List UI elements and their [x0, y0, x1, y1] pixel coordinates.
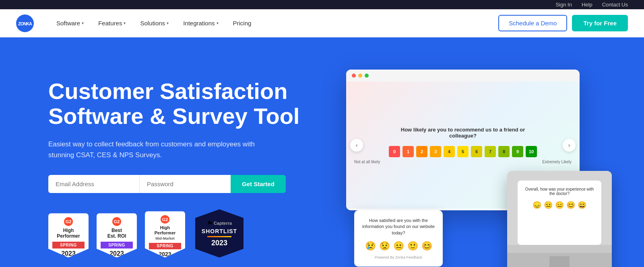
spring-badge: SPRING — [101, 242, 133, 249]
get-started-button[interactable]: Get Started — [231, 175, 286, 193]
nps-3[interactable]: 3 — [430, 146, 441, 157]
nav-item-solutions[interactable]: Solutions ▾ — [134, 16, 175, 30]
nav-item-pricing[interactable]: Pricing — [227, 16, 258, 30]
spring-badge: SPRING — [52, 242, 85, 249]
capterra-divider — [207, 236, 231, 237]
hero-section: Customer Satisfaction Software & Survey … — [0, 37, 644, 267]
kiosk-bottom-frame — [507, 245, 612, 253]
capterra-logo-row: ⚑ Capterra — [207, 220, 232, 227]
kiosk-face-3[interactable]: 😑 — [555, 201, 564, 209]
nps-1[interactable]: 1 — [402, 146, 414, 157]
password-input[interactable] — [139, 175, 231, 193]
emoji-bad[interactable]: 😟 — [379, 241, 390, 251]
hero-content: Customer Satisfaction Software & Survey … — [48, 79, 330, 258]
nps-labels: Not at all likely Extremely Likely — [354, 160, 572, 164]
survey-prev-button[interactable]: ‹ — [350, 139, 363, 152]
hero-title: Customer Satisfaction Software & Survey … — [48, 79, 330, 129]
badge-year: 2023 — [159, 251, 171, 257]
nps-high-label: Extremely Likely — [542, 160, 572, 164]
badge-capterra: ⚑ Capterra SHORTLIST 2023 — [195, 209, 244, 257]
nps-2[interactable]: 2 — [416, 146, 427, 157]
browser-titlebar — [346, 70, 580, 82]
kiosk-face-2[interactable]: 😐 — [544, 201, 553, 209]
contact-us-link[interactable]: Contact Us — [602, 2, 628, 8]
svg-text:ZONKA: ZONKA — [18, 21, 32, 26]
chevron-down-icon: ▾ — [217, 21, 219, 25]
badge-roi-text: BestEst. ROI — [107, 228, 126, 239]
hero-mockup: ‹ How likely are you to recommend us to … — [346, 62, 612, 267]
logo[interactable]: ZONKA — [16, 14, 34, 32]
kiosk-stand-area — [507, 253, 612, 267]
nps-7[interactable]: 7 — [485, 146, 496, 157]
g2-logo: G2 — [112, 217, 121, 226]
satisfaction-question: How satisfied are you with the informati… — [361, 218, 436, 236]
nps-10[interactable]: 10 — [526, 146, 537, 157]
nav-item-integrations[interactable]: Integrations ▾ — [177, 16, 225, 30]
badge-high-performer-mid: G2 HighPerformerMid-Market SPRING 2023 — [145, 211, 185, 257]
nps-low-label: Not at all likely — [354, 160, 380, 164]
email-input[interactable] — [48, 175, 139, 193]
nav-actions: Schedule a Demo Try for Free — [498, 15, 628, 31]
badge-high-performer: G2 HighPerformer SPRING 2023 — [48, 213, 89, 257]
nps-scale: 0 1 2 3 4 5 6 7 8 9 10 — [389, 146, 537, 157]
sign-in-link[interactable]: Sign In — [555, 2, 572, 8]
emoji-neutral[interactable]: 😐 — [393, 241, 404, 251]
kiosk-question: Overall, how was your experience with th… — [522, 187, 597, 196]
schedule-demo-button[interactable]: Schedule a Demo — [498, 15, 567, 31]
chevron-down-icon: ▾ — [167, 21, 169, 25]
capterra-year: 2023 — [211, 239, 227, 247]
badge-high-text: HighPerformer — [57, 228, 80, 239]
satisfaction-survey-card: How satisfied are you with the informati… — [354, 210, 443, 267]
chevron-down-icon: ▾ — [82, 21, 84, 25]
top-utility-bar: Sign In Help Contact Us — [0, 0, 644, 9]
navbar: ZONKA Software ▾ Features ▾ Solutions ▾ … — [0, 9, 644, 37]
hero-subtitle: Easiest way to collect feedback from cus… — [48, 139, 282, 160]
emoji-terrible[interactable]: 😢 — [365, 241, 376, 251]
window-maximize-dot — [365, 74, 369, 78]
nps-8[interactable]: 8 — [498, 146, 510, 157]
help-link[interactable]: Help — [582, 2, 592, 8]
nps-question: How likely are you to recommend us to a … — [398, 127, 527, 139]
window-close-dot — [352, 74, 356, 78]
nav-item-features[interactable]: Features ▾ — [92, 16, 132, 30]
kiosk-frame: Overall, how was your experience with th… — [507, 171, 612, 245]
try-free-button[interactable]: Try for Free — [572, 15, 628, 31]
spring-badge: SPRING — [149, 243, 181, 250]
capterra-brand-label: Capterra — [214, 221, 232, 226]
badge-best-roi: G2 BestEst. ROI SPRING 2023 — [97, 213, 137, 257]
kiosk-face-1[interactable]: 😞 — [533, 201, 541, 209]
badge-mid-text: HighPerformerMid-Market — [155, 225, 176, 241]
nav-links: Software ▾ Features ▾ Solutions ▾ Integr… — [50, 16, 494, 30]
kiosk-mockup: Overall, how was your experience with th… — [507, 171, 612, 267]
survey-next-button[interactable]: › — [563, 139, 576, 152]
window-minimize-dot — [358, 74, 362, 78]
nps-0[interactable]: 0 — [389, 146, 400, 157]
nps-5[interactable]: 5 — [457, 146, 469, 157]
emoji-scale: 😢 😟 😐 🙂 😊 — [361, 241, 436, 251]
nps-4[interactable]: 4 — [444, 146, 455, 157]
g2-logo: G2 — [161, 215, 169, 224]
capterra-shortlist-label: SHORTLIST — [202, 228, 237, 234]
capterra-flag-icon: ⚑ — [207, 220, 213, 227]
nps-9[interactable]: 9 — [512, 146, 523, 157]
kiosk-face-4[interactable]: 😊 — [566, 201, 575, 209]
chevron-down-icon: ▾ — [124, 21, 126, 25]
badge-year: 2023 — [61, 250, 76, 257]
logo-icon: ZONKA — [16, 14, 34, 32]
signup-form: Get Started — [48, 175, 282, 193]
g2-logo: G2 — [64, 217, 73, 226]
nps-6[interactable]: 6 — [471, 146, 482, 157]
kiosk-stand — [549, 256, 570, 267]
nav-item-software[interactable]: Software ▾ — [50, 16, 90, 30]
kiosk-screen: Overall, how was your experience with th… — [518, 181, 601, 245]
award-badges: G2 HighPerformer SPRING 2023 G2 BestEst.… — [48, 209, 330, 257]
badge-year: 2023 — [109, 250, 124, 257]
emoji-great[interactable]: 😊 — [421, 241, 432, 251]
powered-by-label: Powered By Zonka Feedback — [361, 255, 436, 259]
kiosk-faces: 😞 😐 😑 😊 😄 — [522, 201, 597, 209]
emoji-good[interactable]: 🙂 — [407, 241, 418, 251]
kiosk-face-5[interactable]: 😄 — [578, 201, 586, 209]
